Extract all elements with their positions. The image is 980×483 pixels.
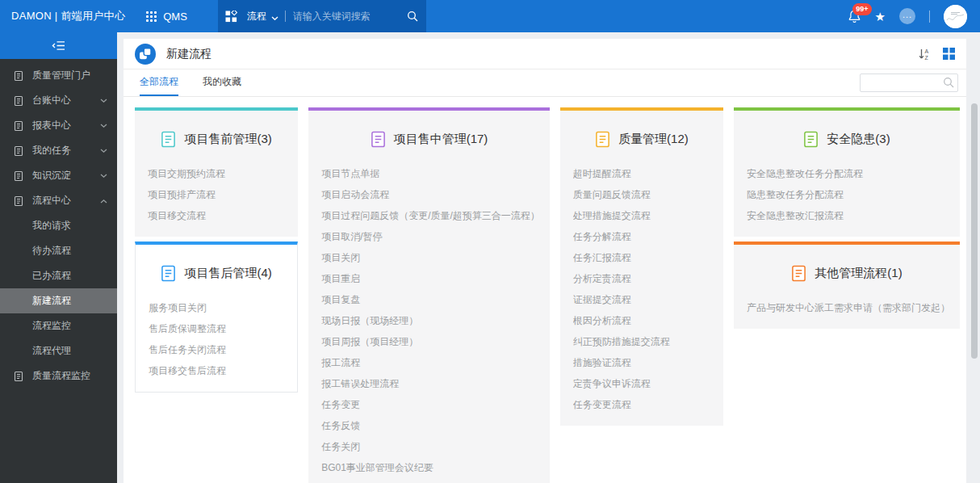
global-search-bar: 流程 请输入关键词搜索 bbox=[218, 0, 426, 32]
card-header: 项目售后管理(4) bbox=[136, 245, 297, 289]
sidebar-item-报表中心[interactable]: 报表中心 bbox=[0, 113, 117, 138]
sidebar-item-质量管理门户[interactable]: 质量管理门户 bbox=[0, 63, 117, 88]
divider bbox=[929, 10, 930, 23]
sidebar-item-我的请求[interactable]: 我的请求 bbox=[0, 213, 117, 238]
search-icon[interactable] bbox=[943, 77, 954, 91]
chevron-down-icon bbox=[100, 99, 107, 103]
process-link[interactable]: 项目关闭 bbox=[321, 247, 540, 268]
process-link[interactable]: BG01事业部管理会议纪要 bbox=[321, 457, 540, 478]
process-link[interactable]: 任务关闭 bbox=[321, 436, 540, 457]
sidebar-item-label: 报表中心 bbox=[32, 119, 100, 132]
process-link[interactable]: 售后任务关闭流程 bbox=[149, 339, 287, 360]
category-title: 安全隐患(3) bbox=[827, 132, 890, 147]
process-link[interactable]: 隐患整改任务分配流程 bbox=[747, 184, 950, 205]
process-list: 项目交期预约流程项目预排产流程项目移交流程 bbox=[135, 155, 298, 237]
chevron-down-icon bbox=[100, 149, 107, 153]
sidebar-item-label: 知识沉淀 bbox=[32, 169, 100, 183]
search-placeholder[interactable]: 请输入关键词搜索 bbox=[293, 10, 407, 23]
sidebar-item-台账中心[interactable]: 台账中心 bbox=[0, 88, 117, 113]
process-link[interactable]: 任务变更 bbox=[321, 394, 540, 415]
process-link[interactable]: 项目启动会流程 bbox=[321, 184, 540, 205]
document-icon bbox=[13, 170, 32, 182]
process-link[interactable]: 报工错误处理流程 bbox=[321, 373, 540, 394]
sidebar-item-流程代理[interactable]: 流程代理 bbox=[0, 338, 117, 363]
document-icon bbox=[595, 131, 610, 148]
more-options-icon[interactable]: ... bbox=[899, 8, 915, 24]
sidebar-item-流程中心[interactable]: 流程中心 bbox=[0, 188, 117, 213]
topbar-actions: 99+ ★ ... bbox=[848, 5, 967, 28]
search-category-select[interactable]: 流程 bbox=[247, 10, 266, 23]
sidebar-item-质量流程监控[interactable]: 质量流程监控 bbox=[0, 363, 117, 388]
document-icon bbox=[161, 131, 176, 148]
process-category-card: 项目售后管理(4)服务项目关闭售后质保调整流程售后任务关闭流程项目移交售后流程 bbox=[135, 242, 298, 393]
document-icon bbox=[803, 131, 819, 148]
topbar: DAMON | 前端用户中心 QMS 流程 请输入关键词搜索 bbox=[0, 0, 980, 32]
process-link[interactable]: 任务反馈 bbox=[321, 415, 540, 436]
sidebar-item-已办流程[interactable]: 已办流程 bbox=[0, 263, 117, 288]
process-link[interactable]: 处理措施提交流程 bbox=[573, 205, 714, 226]
process-link[interactable]: 项目移交售后流程 bbox=[149, 360, 287, 381]
process-category-card: 项目售前管理(3)项目交期预约流程项目预排产流程项目移交流程 bbox=[135, 107, 298, 237]
user-avatar[interactable] bbox=[944, 5, 967, 28]
sidebar-item-label: 新建流程 bbox=[32, 294, 109, 308]
category-grid-icon[interactable] bbox=[218, 10, 245, 23]
document-icon bbox=[13, 95, 32, 107]
process-link[interactable]: 服务项目关闭 bbox=[149, 297, 287, 318]
process-link[interactable]: 任务变更流程 bbox=[573, 394, 714, 415]
process-link[interactable]: 安全隐患整改任务分配流程 bbox=[747, 163, 950, 184]
category-title: 项目售前管理(3) bbox=[184, 132, 271, 147]
process-link[interactable]: 任务汇报流程 bbox=[573, 247, 714, 268]
sidebar-item-我的任务[interactable]: 我的任务 bbox=[0, 138, 117, 163]
process-link[interactable]: 报工流程 bbox=[321, 352, 540, 373]
process-category-card: 项目售中管理(17)项目节点单据项目启动会流程项目过程问题反馈（变更/质量/超预… bbox=[308, 107, 550, 483]
chevron-down-icon[interactable] bbox=[271, 10, 279, 24]
category-title: 项目售中管理(17) bbox=[394, 132, 488, 147]
process-list: 安全隐患整改任务分配流程隐患整改任务分配流程安全隐患整改汇报流程 bbox=[734, 155, 960, 237]
sort-az-icon[interactable]: A Z bbox=[918, 48, 931, 61]
favorites-star-icon[interactable]: ★ bbox=[875, 10, 886, 23]
card-column: 安全隐患(3)安全隐患整改任务分配流程隐患整改任务分配流程安全隐患整改汇报流程其… bbox=[734, 107, 960, 329]
sidebar-item-label: 流程监控 bbox=[32, 319, 109, 333]
process-link[interactable]: 项目移交流程 bbox=[148, 205, 288, 226]
process-link[interactable]: 项目周报（项目经理） bbox=[321, 331, 540, 352]
process-link[interactable]: 项目预排产流程 bbox=[148, 184, 288, 205]
process-link[interactable]: 现场日报（现场经理） bbox=[321, 310, 540, 331]
notifications-button[interactable]: 99+ bbox=[848, 9, 861, 23]
sidebar-item-待办流程[interactable]: 待办流程 bbox=[0, 238, 117, 263]
document-icon bbox=[13, 145, 32, 157]
notification-badge: 99+ bbox=[852, 3, 871, 15]
process-link[interactable]: 项目复盘 bbox=[321, 289, 540, 310]
process-link[interactable]: 安全隐患整改汇报流程 bbox=[747, 205, 950, 226]
search-icon[interactable] bbox=[407, 10, 418, 22]
tab-all-processes[interactable]: 全部流程 bbox=[140, 69, 178, 96]
sidebar-item-知识沉淀[interactable]: 知识沉淀 bbox=[0, 163, 117, 188]
process-link[interactable]: 项目取消/暂停 bbox=[321, 226, 540, 247]
process-link[interactable]: 质量问题反馈流程 bbox=[573, 184, 714, 205]
process-list: 服务项目关闭售后质保调整流程售后任务关闭流程项目移交售后流程 bbox=[136, 289, 297, 392]
process-link[interactable]: 项目重启 bbox=[321, 268, 540, 289]
process-link[interactable]: 定责争议申诉流程 bbox=[573, 373, 714, 394]
process-link[interactable]: 分析定责流程 bbox=[573, 268, 714, 289]
apps-grid-icon bbox=[146, 11, 157, 22]
grid-view-icon[interactable] bbox=[943, 48, 955, 60]
process-link[interactable]: 证据提交流程 bbox=[573, 289, 714, 310]
process-link[interactable]: 项目节点单据 bbox=[321, 163, 540, 184]
process-list: 超时提醒流程质量问题反馈流程处理措施提交流程任务分解流程任务汇报流程分析定责流程… bbox=[560, 155, 723, 426]
process-link[interactable]: 超时提醒流程 bbox=[573, 163, 714, 184]
process-link[interactable]: 售后质保调整流程 bbox=[149, 318, 287, 339]
process-link[interactable]: 项目过程问题反馈（变更/质量/超预算三合一流程） bbox=[321, 205, 540, 226]
sidebar-item-流程监控[interactable]: 流程监控 bbox=[0, 313, 117, 338]
process-category-card: 安全隐患(3)安全隐患整改任务分配流程隐患整改任务分配流程安全隐患整改汇报流程 bbox=[734, 107, 960, 237]
sidebar-collapse-button[interactable] bbox=[0, 32, 117, 59]
sidebar-item-新建流程[interactable]: 新建流程 bbox=[0, 288, 117, 313]
process-link[interactable]: 纠正预防措施提交流程 bbox=[573, 331, 714, 352]
document-icon bbox=[161, 265, 176, 282]
process-link[interactable]: 产品与研发中心派工需求申请（需求部门发起） bbox=[747, 297, 950, 318]
app-switcher[interactable]: QMS bbox=[146, 10, 187, 23]
process-link[interactable]: 措施验证流程 bbox=[573, 352, 714, 373]
tab-my-favorites[interactable]: 我的收藏 bbox=[203, 69, 241, 96]
process-link[interactable]: 任务分解流程 bbox=[573, 226, 714, 247]
process-link[interactable]: 项目交期预约流程 bbox=[148, 163, 288, 184]
process-link[interactable]: 根因分析流程 bbox=[573, 310, 714, 331]
vertical-scrollbar[interactable] bbox=[971, 103, 978, 359]
